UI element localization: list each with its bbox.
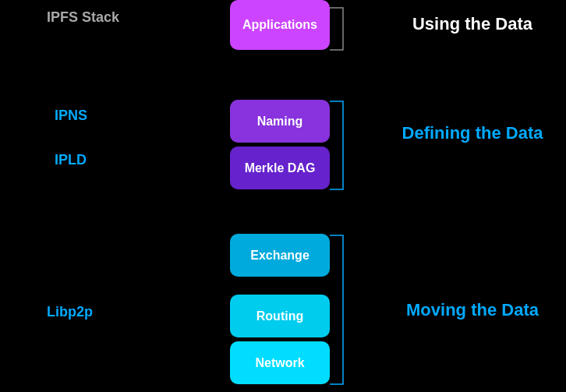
label-defining-the-data: Defining the Data [387, 123, 558, 143]
label-ipld: IPLD [55, 152, 87, 168]
box-exchange[interactable]: Exchange [230, 234, 330, 277]
ipfs-stack-diagram: IPFS Stack IPNS IPLD Libp2p Using the Da… [0, 0, 566, 392]
box-merkle-dag[interactable]: Merkle DAG [230, 147, 330, 189]
label-ipns: IPNS [55, 108, 87, 124]
box-applications[interactable]: Applications [230, 0, 330, 50]
box-naming[interactable]: Naming [230, 100, 330, 143]
box-network[interactable]: Network [230, 341, 330, 384]
label-moving-the-data: Moving the Data [387, 300, 558, 320]
label-ipfs-stack: IPFS Stack [47, 9, 119, 26]
label-using-the-data: Using the Data [387, 14, 558, 34]
box-routing[interactable]: Routing [230, 295, 330, 337]
label-libp2p: Libp2p [47, 304, 93, 320]
